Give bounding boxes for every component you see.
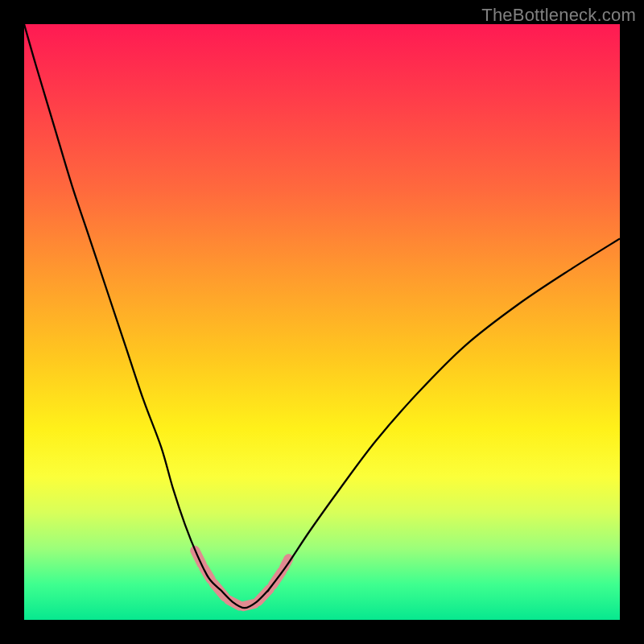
watermark-text: TheBottleneck.com: [481, 5, 636, 26]
chart-svg: [24, 24, 620, 620]
bottleneck-curve: [24, 24, 620, 608]
outer-frame: TheBottleneck.com: [0, 0, 644, 644]
plot-area: [24, 24, 620, 620]
